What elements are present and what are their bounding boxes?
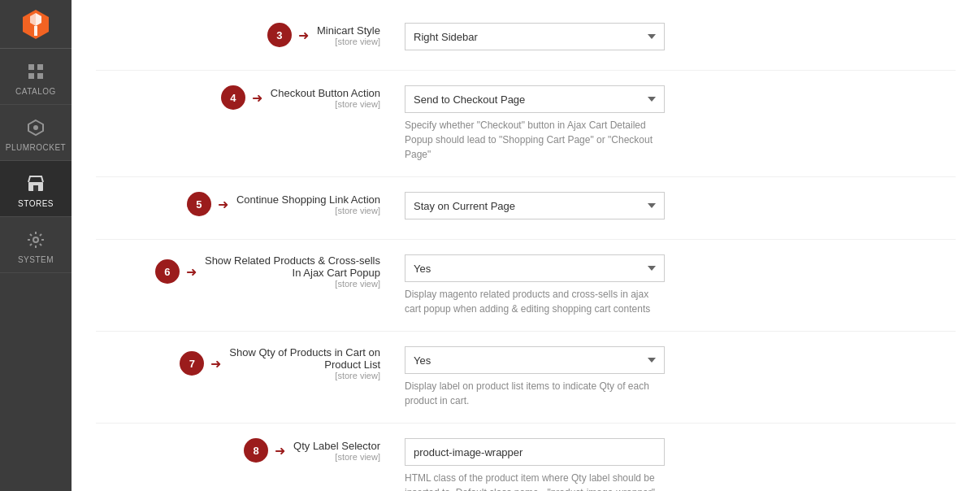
minicart-label-text: Minicart Style [store view] [317,24,380,46]
qty-label-selector-control-area: HTML class of the product item where Qty… [405,438,956,491]
continue-shopping-label-area: 5 ➜ Continue Shopping Link Action [store… [96,192,405,216]
checkout-button-action-row: 4 ➜ Checkout Button Action [store view] … [96,71,956,177]
plumrocket-label: PLUMROCKET [6,143,66,152]
show-qty-label-text: Show Qty of Products in Cart onProduct L… [229,346,380,380]
svg-point-9 [33,125,38,130]
arrow-5-icon: ➜ [218,197,228,212]
continue-shopping-select[interactable]: Stay on Current Page Go to Home Page [405,192,665,219]
related-products-subtitle: [store view] [205,279,380,289]
continue-shopping-control-area: Stay on Current Page Go to Home Page [405,192,956,224]
continue-shopping-subtitle: [store view] [236,206,380,215]
qty-label-selector-label-text: Qty Label Selector [store view] [293,440,380,462]
step-5-badge: 5 [187,192,211,216]
sidebar-item-system[interactable]: SYSTEM [0,217,72,273]
step-7-badge: 7 [180,351,204,376]
catalog-label: CATALOG [15,87,56,96]
system-label: SYSTEM [18,255,54,264]
related-products-title: Show Related Products & Cross-sellsIn Aj… [205,254,380,279]
checkout-button-action-select[interactable]: Send to Checkout Page Stay on Current Pa… [405,85,665,113]
plumrocket-icon [24,116,47,139]
show-qty-control-area: Yes No Display label on product list ite… [405,346,956,408]
magento-logo-icon [20,8,52,41]
related-products-select[interactable]: Yes No [405,254,665,282]
show-qty-select[interactable]: Yes No [405,346,665,374]
stores-label: STORES [18,199,54,208]
qty-label-selector-title: Qty Label Selector [293,440,380,452]
svg-rect-11 [33,185,38,191]
show-qty-row: 7 ➜ Show Qty of Products in Cart onProdu… [96,332,956,424]
sidebar: CATALOG PLUMROCKET STORES SYSTEM [0,0,72,491]
continue-shopping-label-text: Continue Shopping Link Action [store vie… [236,193,380,215]
related-products-control-area: Yes No Display magento related products … [405,254,956,316]
system-icon [24,228,47,251]
sidebar-item-plumrocket[interactable]: PLUMROCKET [0,105,72,161]
checkout-subtitle: [store view] [271,99,380,109]
catalog-icon [24,60,47,83]
svg-rect-3 [34,26,37,36]
show-qty-title: Show Qty of Products in Cart onProduct L… [229,346,380,371]
minicart-style-select[interactable]: Right Sidebar Left Sidebar Standard [405,23,665,50]
minicart-label-area: 3 ➜ Minicart Style [store view] [96,23,405,47]
qty-label-selector-row: 8 ➜ Qty Label Selector [store view] HTML… [96,424,956,491]
step-6-badge: 6 [155,259,180,284]
show-qty-subtitle: [store view] [229,371,380,380]
svg-rect-4 [28,64,34,70]
step-4-badge: 4 [221,85,245,110]
minicart-style-row: 3 ➜ Minicart Style [store view] Right Si… [96,8,956,71]
checkout-label-text: Checkout Button Action [store view] [271,87,380,109]
arrow-6-icon: ➜ [186,264,197,280]
sidebar-logo [0,0,72,49]
show-qty-description: Display label on product list items to i… [405,379,665,408]
svg-rect-6 [28,73,34,79]
qty-label-selector-subtitle: [store view] [293,452,380,462]
checkout-title: Checkout Button Action [271,87,380,99]
sidebar-item-stores[interactable]: STORES [0,161,72,217]
related-products-label-text: Show Related Products & Cross-sellsIn Aj… [205,254,380,289]
svg-rect-5 [37,64,43,70]
continue-shopping-row: 5 ➜ Continue Shopping Link Action [store… [96,177,956,240]
arrow-3-icon: ➜ [298,28,309,43]
checkout-label-area: 4 ➜ Checkout Button Action [store view] [96,85,405,110]
related-products-row: 6 ➜ Show Related Products & Cross-sellsI… [96,240,956,332]
qty-label-selector-label-area: 8 ➜ Qty Label Selector [store view] [96,438,405,463]
checkout-description: Specify whether "Checkout" button in Aja… [405,118,665,162]
minicart-subtitle: [store view] [317,37,380,46]
continue-shopping-title: Continue Shopping Link Action [236,193,380,206]
arrow-7-icon: ➜ [210,356,221,372]
svg-point-12 [33,237,38,242]
arrow-8-icon: ➜ [275,443,285,458]
checkout-control-area: Send to Checkout Page Stay on Current Pa… [405,85,956,162]
stores-icon [24,172,47,195]
step-8-badge: 8 [244,438,268,463]
minicart-control-area: Right Sidebar Left Sidebar Standard [405,23,956,55]
related-products-label-area: 6 ➜ Show Related Products & Cross-sellsI… [96,254,405,289]
qty-label-selector-description: HTML class of the product item where Qty… [405,471,665,491]
qty-label-selector-input[interactable] [405,438,665,466]
related-products-description: Display magento related products and cro… [405,287,665,316]
sidebar-item-catalog[interactable]: CATALOG [0,49,72,105]
arrow-4-icon: ➜ [252,90,262,106]
svg-rect-7 [37,73,43,79]
main-content: 3 ➜ Minicart Style [store view] Right Si… [72,0,980,491]
step-3-badge: 3 [267,23,292,47]
minicart-title: Minicart Style [317,24,380,37]
show-qty-label-area: 7 ➜ Show Qty of Products in Cart onProdu… [96,346,405,380]
settings-container: 3 ➜ Minicart Style [store view] Right Si… [72,0,980,491]
